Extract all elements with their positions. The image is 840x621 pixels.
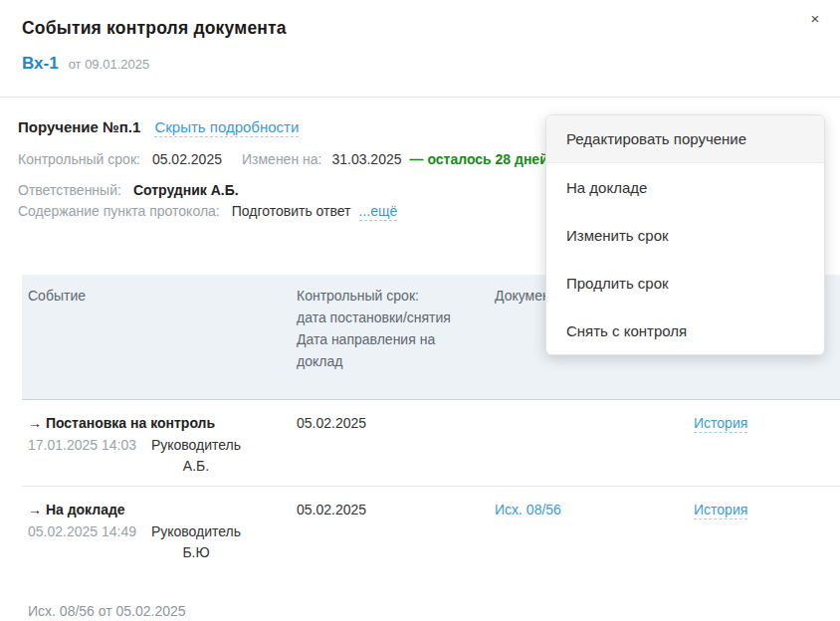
protocol-line: Содержание пункта протокола: Подготовить… — [18, 203, 397, 221]
event-title-text: Постановка на контроль — [46, 415, 215, 431]
history-cell: История — [694, 413, 840, 486]
event-arrow-icon: → — [28, 502, 42, 518]
more-link[interactable]: ...ещё — [359, 203, 398, 221]
history-cell: История — [694, 500, 840, 588]
column-header-term-line3: Дата направления на доклад — [297, 328, 466, 372]
document-date: от 09.01.2025 — [69, 57, 150, 72]
event-date: 17.01.2025 14:03 — [28, 435, 136, 477]
document-number-link[interactable]: Вх-1 — [22, 54, 59, 74]
dialog-title: События контроля документа — [22, 18, 287, 39]
menu-item-change-term[interactable]: Изменить срок — [546, 211, 824, 259]
history-link[interactable]: История — [694, 502, 747, 519]
context-menu: Редактировать поручение На докладе Измен… — [545, 114, 825, 355]
responsible-label: Ответственный: — [18, 182, 121, 198]
header-divider — [0, 97, 840, 98]
event-cell: → На докладе 05.02.2025 14:49 Руководите… — [28, 500, 297, 588]
event-arrow-icon: → — [28, 415, 42, 431]
protocol-label: Содержание пункта протокола: — [18, 203, 220, 219]
table-row: → На докладе 05.02.2025 14:49 Руководите… — [22, 487, 840, 588]
document-link[interactable]: Исх. 08/56 — [495, 502, 561, 518]
table-row: → Постановка на контроль 17.01.2025 14:0… — [22, 400, 840, 487]
event-cell: → Постановка на контроль 17.01.2025 14:0… — [28, 413, 297, 486]
protocol-value: Подготовить ответ — [232, 203, 351, 219]
control-term-value: 05.02.2025 — [152, 151, 222, 167]
close-icon[interactable]: × — [804, 8, 826, 30]
remaining-days: — осталось 28 дней — [410, 151, 548, 167]
related-document-note: Исх. 08/56 от 05.02.2025 — [22, 588, 840, 621]
column-header-term-line2: дата постановки/снятия — [297, 307, 481, 328]
event-title-text: На докладе — [46, 502, 125, 518]
document-subtitle: Вх-1 от 09.01.2025 — [22, 54, 149, 74]
menu-item-edit-assignment[interactable]: Редактировать поручение — [546, 115, 824, 163]
document-cell — [495, 413, 694, 486]
control-term-label: Контрольный срок: — [18, 151, 140, 167]
column-header-event: Событие — [28, 285, 297, 399]
event-title: → На докладе — [28, 500, 297, 520]
menu-item-remove-control[interactable]: Снять с контроля — [546, 307, 824, 354]
history-link[interactable]: История — [694, 415, 747, 433]
menu-item-on-report[interactable]: На докладе — [546, 163, 824, 211]
menu-item-extend-term[interactable]: Продлить срок — [546, 259, 824, 307]
changed-value: 31.03.2025 — [331, 151, 401, 167]
responsible-value: Сотрудник А.Б. — [133, 182, 239, 198]
event-date: 05.02.2025 14:49 — [28, 521, 136, 563]
assignment-title: Поручение №п.1 — [18, 118, 140, 135]
hide-details-link[interactable]: Скрыть подробности — [154, 118, 299, 137]
term-cell: 05.02.2025 — [297, 500, 495, 588]
control-term-line: Контрольный срок: 05.02.2025 Изменен на:… — [18, 151, 548, 167]
event-person: Руководитель А.Б. — [142, 435, 250, 477]
responsible-line: Ответственный: Сотрудник А.Б. — [18, 182, 239, 198]
term-cell: 05.02.2025 — [297, 413, 495, 486]
event-title: → Постановка на контроль — [28, 413, 297, 434]
event-person: Руководитель Б.Ю — [142, 521, 250, 563]
assignment-header: Поручение №п.1 Скрыть подробности — [18, 118, 299, 137]
document-cell: Исх. 08/56 — [495, 500, 694, 588]
changed-label: Изменен на: — [242, 151, 321, 167]
column-header-term-line1: Контрольный срок: — [297, 285, 481, 307]
column-header-term: Контрольный срок: дата постановки/снятия… — [297, 285, 495, 399]
